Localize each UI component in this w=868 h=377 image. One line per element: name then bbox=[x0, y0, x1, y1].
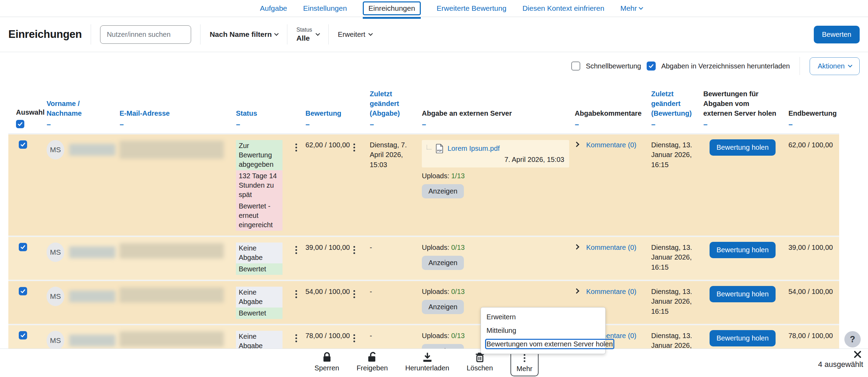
view-button[interactable]: Anzeigen bbox=[422, 300, 464, 314]
sort-dash[interactable]: − bbox=[575, 121, 579, 128]
status-filter-dropdown[interactable]: Status Alle bbox=[296, 27, 319, 42]
sort-dash[interactable]: − bbox=[47, 121, 51, 128]
table-row: MS Zur Bewertung abgegeben 132 Tage 14 S… bbox=[8, 134, 839, 236]
fetch-grade-button[interactable]: Bewertung holen bbox=[710, 286, 776, 302]
pdf-file-icon: PDF bbox=[436, 144, 443, 153]
delete-button[interactable]: Löschen bbox=[467, 352, 493, 372]
menu-item-erweitern[interactable]: Erweitern bbox=[481, 310, 605, 324]
sort-status-link[interactable]: Status bbox=[236, 108, 257, 118]
tab-aufgabe[interactable]: Aufgabe bbox=[260, 4, 287, 13]
redacted-name bbox=[69, 144, 115, 156]
tab-einreichungen[interactable]: Einreichungen bbox=[363, 1, 420, 15]
grade-button[interactable]: Bewerten bbox=[814, 26, 860, 43]
quick-grading-label[interactable]: Schnellbewertung bbox=[586, 62, 641, 70]
submission-file-link[interactable]: Lorem Ipsum.pdf bbox=[448, 144, 500, 153]
comments-link[interactable]: Kommentare (0) bbox=[586, 287, 637, 296]
status-menu-kebab-icon[interactable] bbox=[293, 287, 299, 319]
status-badge: 132 Tage 14 Stunden zu spät bbox=[236, 170, 282, 200]
sort-dash[interactable]: − bbox=[651, 121, 655, 128]
download-icon bbox=[422, 352, 433, 363]
sort-dash[interactable]: − bbox=[422, 121, 426, 128]
top-nav: Aufgabe Einstellungen Einreichungen Erwe… bbox=[0, 0, 868, 17]
header-email: E-Mail-Adresse− bbox=[120, 83, 236, 134]
kebab-icon bbox=[523, 353, 526, 363]
sort-grade-link[interactable]: Bewertung bbox=[305, 108, 341, 118]
final-grade-value: 54,00 / 100,00 bbox=[788, 288, 833, 295]
search-input[interactable] bbox=[100, 25, 191, 44]
tab-einstellungen[interactable]: Einstellungen bbox=[303, 4, 347, 13]
row-checkbox[interactable] bbox=[19, 243, 27, 251]
tab-mehr[interactable]: Mehr bbox=[620, 4, 642, 13]
tab-erweiterte-bewertung[interactable]: Erweiterte Bewertung bbox=[437, 4, 507, 13]
status-badge: Bewertet bbox=[236, 308, 282, 319]
download-folders-label[interactable]: Abgaben in Verzeichnissen herunterladen bbox=[661, 62, 790, 70]
grade-menu-kebab-icon[interactable] bbox=[351, 141, 357, 154]
fetch-grade-button[interactable]: Bewertung holen bbox=[710, 330, 776, 346]
help-button[interactable]: ? bbox=[844, 331, 861, 347]
sort-dash[interactable]: − bbox=[120, 121, 124, 128]
select-all-checkbox[interactable] bbox=[16, 120, 24, 128]
file-date: 7. April 2026, 15:03 bbox=[427, 155, 564, 164]
grade-menu-kebab-icon[interactable] bbox=[351, 287, 357, 301]
row-checkbox[interactable] bbox=[19, 287, 27, 295]
modified-submission-cell: Dienstag, 7. April 2026, 15:03 bbox=[370, 134, 422, 236]
expand-comments-chevron-icon[interactable] bbox=[574, 288, 580, 294]
sort-dash[interactable]: − bbox=[370, 121, 374, 128]
check-icon bbox=[648, 63, 654, 69]
redacted-name bbox=[69, 335, 115, 346]
menu-item-mitteilung[interactable]: Mitteilung bbox=[481, 324, 605, 337]
fetch-grade-button[interactable]: Bewertung holen bbox=[710, 242, 776, 258]
quick-grading-checkbox[interactable] bbox=[571, 62, 580, 71]
sort-dash[interactable]: − bbox=[236, 121, 240, 128]
expand-comments-chevron-icon[interactable] bbox=[574, 244, 580, 250]
sort-name-link[interactable]: Vorname / Nachname bbox=[47, 99, 85, 118]
avatar[interactable]: MS bbox=[47, 243, 64, 262]
avatar[interactable]: MS bbox=[47, 140, 64, 159]
comments-link[interactable]: Kommentare (0) bbox=[586, 243, 637, 252]
submission-filebox: PDF Lorem Ipsum.pdf 7. April 2026, 15:03 bbox=[422, 140, 569, 167]
lock-button[interactable]: Sperren bbox=[314, 352, 339, 372]
unlock-button[interactable]: Freigeben bbox=[357, 352, 388, 372]
advanced-filter-dropdown[interactable]: Erweitert bbox=[338, 31, 372, 39]
download-folders-checkbox[interactable] bbox=[647, 62, 656, 71]
status-badge: Bewertet bbox=[236, 263, 282, 275]
row-checkbox[interactable] bbox=[19, 331, 27, 339]
tab-kontext-einfrieren[interactable]: Diesen Kontext einfrieren bbox=[522, 4, 604, 13]
final-grade-value: 39,00 / 100,00 bbox=[788, 244, 833, 251]
fetch-grade-button[interactable]: Bewertung holen bbox=[710, 139, 776, 156]
tab-label: Einreichungen bbox=[368, 4, 415, 13]
sort-dash[interactable]: − bbox=[305, 121, 310, 128]
delete-label: Löschen bbox=[467, 364, 493, 372]
unlock-icon bbox=[367, 352, 378, 363]
grade-menu-kebab-icon[interactable] bbox=[351, 331, 357, 345]
expand-comments-chevron-icon[interactable] bbox=[574, 142, 580, 147]
header-name: Vorname / Nachname− bbox=[47, 83, 120, 134]
header-status: Status− bbox=[236, 83, 305, 134]
actions-dropdown-button[interactable]: Aktionen bbox=[810, 57, 860, 75]
view-button[interactable]: Anzeigen bbox=[422, 256, 464, 270]
menu-item-bewertungen-holen[interactable]: Bewertungen vom externen Server holen bbox=[481, 337, 605, 351]
download-button[interactable]: Herunterladen bbox=[405, 352, 449, 372]
grade-menu-kebab-icon[interactable] bbox=[351, 243, 357, 257]
close-icon[interactable] bbox=[854, 351, 861, 358]
status-menu-kebab-icon[interactable] bbox=[293, 141, 299, 231]
view-button[interactable]: Anzeigen bbox=[422, 184, 464, 198]
status-menu-kebab-icon[interactable] bbox=[293, 243, 299, 275]
table-header-row: Auswahl Vorname / Nachname− E-Mail-Adres… bbox=[8, 83, 839, 134]
redacted-email bbox=[120, 287, 224, 303]
filter-by-name-dropdown[interactable]: Nach Name filtern bbox=[210, 30, 278, 39]
comments-link[interactable]: Kommentare (0) bbox=[586, 140, 637, 150]
sort-modified-submission-link[interactable]: Zuletzt geändert (Abgabe) bbox=[370, 89, 412, 118]
sort-dash[interactable]: − bbox=[703, 121, 707, 128]
avatar[interactable]: MS bbox=[47, 331, 64, 350]
row-checkbox[interactable] bbox=[19, 140, 27, 149]
svg-text:PDF: PDF bbox=[437, 149, 442, 152]
grade-value: 39,00 / 100,00 bbox=[305, 243, 350, 257]
avatar[interactable]: MS bbox=[47, 287, 64, 306]
sort-modified-grade-link[interactable]: Zuletzt geändert (Bewertung) bbox=[651, 89, 695, 118]
modified-submission-value: - bbox=[370, 332, 372, 339]
sort-dash[interactable]: − bbox=[788, 121, 793, 128]
header-final: Endbewertung− bbox=[788, 83, 839, 134]
sort-email-link[interactable]: E-Mail-Adresse bbox=[120, 108, 170, 118]
modified-grade-value: Dienstag, 13. Januar 2026, 16:15 bbox=[651, 141, 692, 169]
